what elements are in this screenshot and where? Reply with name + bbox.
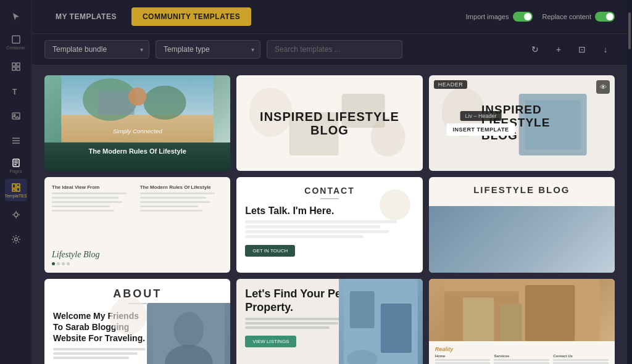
template-card-5[interactable]: CONTACT Lets Talk. I'm Here. GET IN TOUC… [236, 177, 422, 273]
sidebar-item-media[interactable] [5, 105, 27, 127]
template-card-9[interactable]: Reality Home Services [429, 279, 615, 364]
svg-rect-10 [17, 184, 20, 186]
sidebar-item-container[interactable]: Container [5, 31, 27, 53]
tab-community-templates[interactable]: COMMUNITY TEMPLATES [131, 7, 251, 26]
svg-rect-12 [17, 188, 20, 191]
svg-rect-3 [12, 67, 15, 70]
download-button[interactable]: ↓ [596, 40, 615, 59]
search-input[interactable] [267, 40, 402, 59]
type-select[interactable]: Template type [156, 40, 260, 59]
sidebar: Container T Pages TemplaTES [0, 0, 32, 364]
svg-rect-1 [12, 63, 15, 66]
svg-rect-11 [12, 189, 15, 191]
svg-rect-2 [17, 63, 20, 66]
template-card-2[interactable]: INSPIRED LIFESTYLE BLOG [236, 75, 422, 171]
svg-point-14 [14, 238, 17, 241]
main-panel: MY TEMPLATES COMMUNITY TEMPLATES Import … [32, 0, 627, 364]
svg-rect-9 [12, 184, 15, 188]
insert-template-tooltip: Liv – Header INSERT TEMPLATE [447, 111, 515, 136]
svg-text:T: T [12, 88, 17, 96]
svg-point-13 [14, 213, 18, 217]
save-button[interactable]: ⊡ [573, 40, 591, 59]
import-images-toggle-group: Import images [466, 12, 533, 22]
add-button[interactable]: + [549, 40, 568, 59]
sidebar-label-container: Container [6, 46, 25, 50]
replace-content-toggle-group: Replace content [543, 12, 615, 22]
sidebar-label-pages: Pages [10, 169, 22, 173]
header-badge: HEADER [434, 80, 468, 89]
template-card-4[interactable]: The Ideal View From The Modern Rules Of … [44, 177, 230, 273]
template-card-1[interactable]: Simply Connected The Modern Rules Of Lif… [44, 75, 230, 171]
eye-icon[interactable]: 👁 [596, 80, 610, 94]
toolbar-actions: ↻ + ⊡ ↓ [526, 40, 615, 59]
sidebar-item-settings[interactable] [5, 228, 27, 250]
sidebar-item-nav[interactable] [5, 130, 27, 152]
template-card-7[interactable]: ABOUT Welcome My Friends To Sarab Bloggi… [44, 279, 230, 364]
template-card-8[interactable]: Let's Find Your Perfect Property. VIEW L… [236, 279, 422, 364]
bundle-select-wrapper: Template bundle [44, 40, 149, 59]
scrollbar-thumb[interactable] [628, 12, 631, 49]
tooltip-label: Liv – Header [460, 111, 502, 121]
card-2-title: INSPIRED LIFESTYLE BLOG [244, 110, 415, 137]
tab-group: MY TEMPLATES COMMUNITY TEMPLATES [44, 7, 251, 26]
replace-content-label: Replace content [543, 13, 592, 20]
sidebar-item-text[interactable]: T [5, 80, 27, 102]
tab-my-templates[interactable]: MY TEMPLATES [44, 7, 128, 26]
template-grid: Simply Connected The Modern Rules Of Lif… [44, 75, 615, 364]
svg-rect-0 [12, 36, 20, 43]
sidebar-item-cursor[interactable] [5, 6, 27, 28]
template-grid-container: Simply Connected The Modern Rules Of Lif… [32, 65, 627, 364]
header-controls: Import images Replace content [466, 12, 615, 22]
type-select-wrapper: Template type [156, 40, 260, 59]
import-images-label: Import images [466, 13, 509, 20]
right-scrollbar [627, 0, 632, 364]
replace-content-toggle[interactable] [595, 12, 615, 22]
sidebar-item-templates[interactable]: TemplaTES [5, 179, 27, 201]
bundle-select[interactable]: Template bundle [44, 40, 149, 59]
template-card-6[interactable]: LIFESTYLE BLOG [429, 177, 615, 273]
insert-template-button[interactable]: INSERT TEMPLATE [447, 123, 515, 136]
sidebar-item-layout[interactable] [5, 56, 27, 78]
sidebar-item-components[interactable] [5, 204, 27, 226]
template-card-3[interactable]: INSPIRED LIFESTYLE BLOG HEADER 👁 Liv – H… [429, 75, 615, 171]
sidebar-label-templates: TemplaTES [4, 194, 27, 198]
import-images-toggle[interactable] [513, 12, 533, 22]
toolbar: Template bundle Template type ↻ + ⊡ ↓ [32, 34, 627, 65]
refresh-button[interactable]: ↻ [526, 40, 544, 59]
sidebar-item-pages[interactable]: Pages [5, 154, 27, 176]
svg-rect-4 [17, 67, 20, 70]
header-bar: MY TEMPLATES COMMUNITY TEMPLATES Import … [32, 0, 627, 34]
